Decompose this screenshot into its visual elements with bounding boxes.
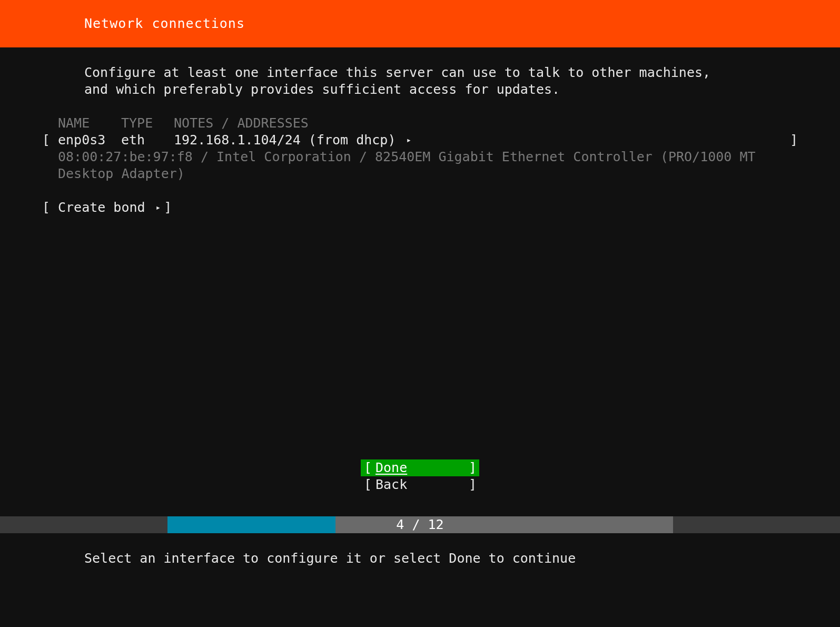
- back-label: Back: [375, 476, 469, 493]
- col-type-header: TYPE: [121, 115, 174, 132]
- right-bracket: ]: [787, 132, 798, 149]
- done-button[interactable]: [ Done ]: [361, 459, 479, 476]
- left-bracket: [: [42, 199, 58, 216]
- progress-fill: [167, 516, 336, 533]
- button-group: [ Done ] [ Back ]: [0, 459, 840, 493]
- interface-notes: 192.168.1.104/24 (from dhcp) ▸: [174, 132, 787, 149]
- interface-table-header: NAME TYPE NOTES / ADDRESSES: [42, 115, 798, 132]
- right-bracket: ]: [164, 199, 171, 216]
- header-bar: Network connections: [0, 0, 840, 47]
- page-title: Network connections: [84, 15, 245, 32]
- create-bond-button[interactable]: [ Create bond ▸ ]: [42, 199, 798, 216]
- progress-label: 4 / 12: [396, 516, 443, 533]
- hint-text: Select an interface to configure it or s…: [0, 550, 840, 567]
- done-label: Done: [375, 459, 469, 476]
- left-bracket: [: [42, 132, 58, 149]
- col-notes-header: NOTES / ADDRESSES: [174, 115, 798, 132]
- back-button[interactable]: [ Back ]: [361, 476, 479, 493]
- progress-track: 4 / 12: [167, 516, 673, 533]
- left-bracket: [: [364, 459, 375, 476]
- interface-detail: 08:00:27:be:97:f8 / Intel Corporation / …: [42, 149, 798, 182]
- progress-bar: 4 / 12: [0, 516, 840, 533]
- interface-name: enp0s3: [58, 132, 121, 149]
- right-bracket: ]: [469, 476, 476, 493]
- interface-row[interactable]: [ enp0s3 eth 192.168.1.104/24 (from dhcp…: [42, 132, 798, 149]
- interface-address: 192.168.1.104/24 (from dhcp): [174, 132, 396, 149]
- submenu-arrow-icon: ▸: [406, 132, 411, 149]
- left-bracket: [: [364, 476, 375, 493]
- right-bracket: ]: [469, 459, 476, 476]
- interface-type: eth: [121, 132, 174, 149]
- submenu-arrow-icon: ▸: [156, 199, 161, 216]
- create-bond-label: Create bond: [58, 199, 145, 216]
- intro-text: Configure at least one interface this se…: [42, 64, 798, 98]
- col-name-header: NAME: [58, 115, 121, 132]
